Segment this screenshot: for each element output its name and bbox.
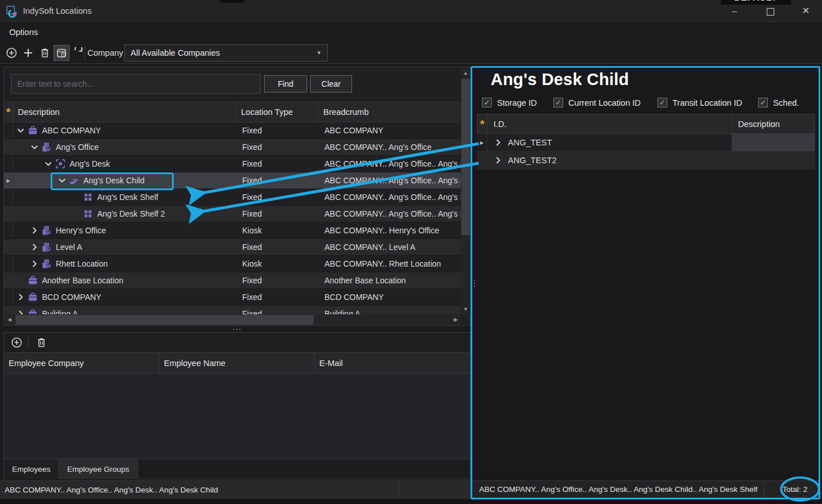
tree-row[interactable]: Henry's OfficeKioskABC COMPANY.. Henry's… (4, 222, 461, 239)
column-header-id[interactable]: I.D. (488, 114, 732, 133)
delete-icon[interactable] (37, 45, 53, 61)
asterisk-header-cell[interactable]: * (477, 114, 488, 133)
scroll-right-icon[interactable]: ▶ (451, 315, 461, 325)
column-header-description[interactable]: Description (13, 102, 236, 122)
grid-icon (82, 191, 94, 203)
tree-cell-breadcrumb: ABC COMPANY.. Rhett Location (319, 256, 461, 272)
chevron-down-icon[interactable] (16, 125, 26, 136)
add-icon[interactable] (20, 45, 36, 61)
tree-cell-breadcrumb: ABC COMPANY.. Ang's Office (319, 139, 461, 155)
asterisk-header-cell[interactable]: * (4, 102, 13, 122)
tree-row-label: ABC COMPANY (42, 126, 101, 135)
delete-icon[interactable] (33, 334, 49, 351)
column-header-breadcrumb[interactable]: Breadcrumb (319, 102, 461, 122)
checkbox-box[interactable]: ✓ (553, 98, 563, 107)
chevron-right-icon[interactable] (29, 259, 40, 269)
checkbox-current-location-id[interactable]: ✓Current Location ID (553, 98, 641, 107)
chevron-down-icon[interactable] (57, 175, 67, 186)
chevron-right-icon[interactable] (29, 225, 40, 236)
checkbox-storage-id[interactable]: ✓Storage ID (482, 98, 537, 107)
tree-row[interactable]: Rhett LocationKioskABC COMPANY.. Rhett L… (4, 256, 461, 272)
tree-row[interactable]: Ang's Desk Shelf 2FixedABC COMPANY.. Ang… (4, 206, 461, 222)
scroll-down-icon[interactable]: ▼ (461, 305, 471, 314)
column-header-location-type[interactable]: Location Type (236, 102, 319, 122)
toolbar-separator (85, 46, 85, 60)
add-circle-icon[interactable] (9, 334, 25, 351)
scroll-left-icon[interactable]: ◀ (5, 315, 14, 325)
search-input[interactable] (11, 74, 261, 94)
tree-cell-location-type: Fixed (236, 306, 319, 314)
briefcase-icon (27, 275, 39, 286)
column-header-employee-name[interactable]: Employee Name (159, 353, 315, 373)
tree-cell-description: Ang's Office (13, 139, 236, 155)
employees-column-headers: Employee Company Employee Name E-Mail (4, 352, 470, 374)
detail-status-bar: ABC COMPANY.. Ang's Office.. Ang's Desk.… (472, 480, 819, 498)
status-bar-divider (763, 482, 764, 497)
chevron-right-icon[interactable] (493, 155, 503, 166)
tree-cell-breadcrumb: Another Base Location (319, 272, 461, 288)
column-header-description[interactable]: Description (732, 114, 816, 133)
tree-row[interactable]: Level AFixedABC COMPANY.. Level A (4, 239, 461, 256)
building-icon (41, 225, 52, 236)
row-indicator: ▶ (477, 134, 487, 151)
vertical-splitter[interactable] (472, 275, 477, 292)
close-button[interactable]: ✕ (793, 0, 819, 22)
chevron-right-icon[interactable] (16, 309, 26, 314)
tree-row[interactable]: Ang's OfficeFixedABC COMPANY.. Ang's Off… (4, 139, 461, 156)
tree-row[interactable]: ABC COMPANYFixedABC COMPANY (4, 122, 461, 139)
tree-row[interactable]: ▶Ang's Desk ChildFixedABC COMPANY.. Ang'… (4, 172, 461, 189)
building-icon (41, 258, 52, 270)
window-bottom-edge (0, 499, 822, 504)
detail-cell-id: ANG_TEST (487, 134, 732, 151)
tree-cell-breadcrumb: ABC COMPANY.. Ang's Office.. Ang's De (319, 189, 461, 205)
tab-employees[interactable]: Employees (4, 459, 59, 479)
tree-cell-location-type: Fixed (236, 122, 319, 138)
detail-breadcrumb-text: ABC COMPANY.. Ang's Office.. Ang's Desk.… (472, 485, 758, 494)
row-indicator (4, 189, 13, 205)
detail-row[interactable]: ANG_TEST2 (477, 152, 815, 170)
checkbox-box[interactable]: ✓ (657, 98, 667, 107)
checkbox-transit-location-id[interactable]: ✓Transit Location ID (657, 98, 742, 107)
column-header-email[interactable]: E-Mail (315, 353, 470, 373)
horizontal-scrollbar[interactable]: ◀ ▶ (5, 314, 461, 325)
refresh-icon[interactable] (70, 45, 86, 61)
company-dropdown[interactable]: All Available Companies ▼ (124, 44, 328, 61)
scroll-up-icon[interactable]: ▲ (461, 68, 471, 78)
tree-cell-description: Ang's Desk Child (13, 172, 236, 188)
grid-icon (82, 208, 94, 220)
chevron-right-icon[interactable] (493, 137, 503, 148)
detail-row[interactable]: ▶ANG_TEST (477, 134, 815, 152)
schedule-icon[interactable] (53, 45, 70, 61)
checkbox-box[interactable]: ✓ (758, 98, 768, 107)
tree-cell-description: Building A (13, 306, 236, 314)
tree-cell-location-type: Fixed (236, 172, 319, 188)
chevron-down-icon[interactable] (29, 142, 40, 152)
tree-cell-breadcrumb: ABC COMPANY.. Henry's Office (319, 222, 461, 238)
background-window-edge (220, 0, 244, 3)
tree-row[interactable]: Building AFixedBuilding A (4, 306, 461, 314)
briefcase-icon (27, 125, 39, 136)
chevron-right-icon[interactable] (29, 242, 40, 252)
tree-row[interactable]: BCD COMPANYFixedBCD COMPANY (4, 289, 461, 306)
checkbox-sched-[interactable]: ✓Sched. (758, 98, 799, 107)
tree-row[interactable]: Ang's DeskFixedABC COMPANY.. Ang's Offic… (4, 156, 461, 172)
vertical-scrollbar-thumb[interactable] (461, 79, 470, 235)
tab-employee-groups[interactable]: Employee Groups (59, 459, 138, 479)
find-button[interactable]: Find (264, 75, 307, 93)
checkbox-box[interactable]: ✓ (482, 98, 492, 107)
locations-tree: ABC COMPANYFixedABC COMPANYAng's OfficeF… (4, 122, 461, 314)
tree-row[interactable]: Ang's Desk ShelfFixedABC COMPANY.. Ang's… (4, 189, 461, 206)
chevron-down-icon[interactable] (43, 159, 53, 169)
horizontal-scrollbar-thumb[interactable] (16, 315, 313, 325)
clear-button[interactable]: Clear (310, 75, 352, 93)
row-indicator (4, 272, 13, 288)
vertical-scrollbar[interactable]: ▲ ▼ (461, 68, 471, 314)
tree-cell-description: Level A (13, 239, 236, 255)
add-circle-icon[interactable] (3, 45, 20, 61)
checkbox-label: Current Location ID (568, 98, 641, 107)
horizontal-splitter[interactable] (3, 326, 471, 332)
column-header-employee-company[interactable]: Employee Company (4, 353, 159, 373)
menu-item-options[interactable]: Options (6, 22, 41, 43)
chevron-right-icon[interactable] (16, 292, 26, 302)
tree-row[interactable]: Another Base LocationFixedAnother Base L… (4, 272, 461, 289)
